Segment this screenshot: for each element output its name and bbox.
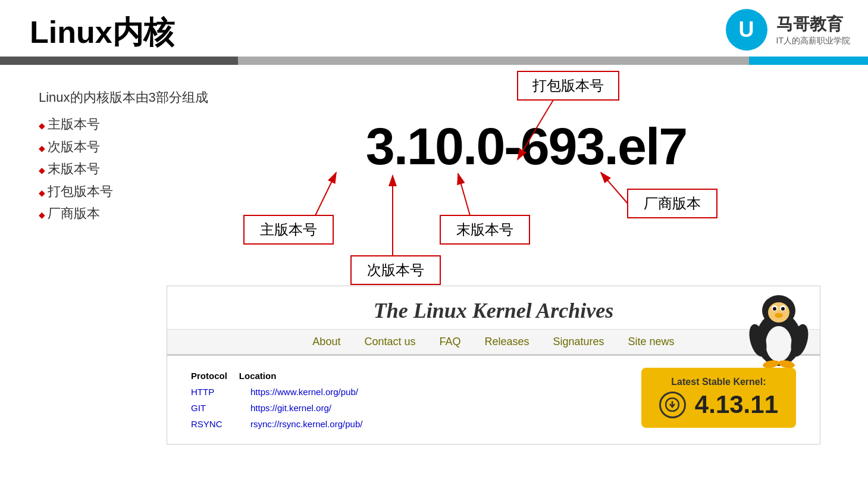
kernel-archives: The Linux Kernel Archives About Contact … bbox=[167, 286, 820, 444]
protocol-header: Protocol bbox=[191, 368, 227, 384]
version-display: 3.10.0-693.el7 bbox=[256, 116, 797, 177]
svg-line-11 bbox=[458, 174, 470, 215]
svg-text:末版本号: 末版本号 bbox=[456, 221, 513, 237]
svg-point-25 bbox=[781, 307, 785, 311]
brand-slogan: IT人的高薪职业学院 bbox=[776, 36, 850, 46]
stable-kernel-box: Latest Stable Kernel: 4.13.11 bbox=[641, 368, 796, 428]
http-url[interactable]: https://www.kernel.org/pub/ bbox=[250, 384, 358, 400]
svg-text:厂商版本: 厂商版本 bbox=[644, 195, 701, 211]
svg-point-24 bbox=[773, 307, 776, 311]
brand-area: U 马哥教育 IT人的高薪职业学院 bbox=[726, 9, 850, 51]
protocol-table: Protocol Location HTTP https://www.kerne… bbox=[191, 368, 362, 432]
svg-point-21 bbox=[768, 302, 789, 323]
svg-rect-9 bbox=[440, 215, 529, 244]
nav-about[interactable]: About bbox=[312, 336, 340, 348]
brand-text: 马哥教育 IT人的高薪职业学院 bbox=[776, 13, 850, 46]
download-icon[interactable] bbox=[659, 392, 686, 418]
table-row: RSYNC rsync://rsync.kernel.org/pub/ bbox=[191, 416, 362, 432]
table-header-row: Protocol Location bbox=[191, 368, 362, 384]
nav-signatures[interactable]: Signatures bbox=[553, 336, 604, 348]
svg-line-5 bbox=[315, 173, 336, 215]
rsync-url[interactable]: rsync://rsync.kernel.org/pub/ bbox=[250, 416, 362, 432]
location-header: Location bbox=[239, 368, 277, 384]
table-row: GIT https://git.kernel.org/ bbox=[191, 400, 362, 416]
kernel-header: The Linux Kernel Archives bbox=[167, 286, 820, 329]
stable-version-row: 4.13.11 bbox=[659, 390, 778, 419]
svg-point-19 bbox=[766, 326, 792, 362]
nav-sitenews[interactable]: Site news bbox=[628, 336, 675, 348]
header-bar-dark bbox=[0, 57, 238, 65]
stable-kernel-area: Latest Stable Kernel: 4.13.11 bbox=[641, 368, 796, 428]
svg-rect-3 bbox=[244, 215, 333, 244]
version-parts-list: 主版本号 次版本号 末版本号 打包版本号 厂商版本 bbox=[39, 113, 208, 224]
nav-releases[interactable]: Releases bbox=[484, 336, 529, 348]
list-item: 主版本号 bbox=[39, 113, 208, 135]
list-item: 打包版本号 bbox=[39, 180, 208, 202]
tux-penguin bbox=[746, 292, 811, 371]
svg-rect-12 bbox=[628, 189, 717, 218]
svg-text:次版本号: 次版本号 bbox=[367, 262, 424, 278]
rsync-label[interactable]: RSYNC bbox=[191, 416, 239, 432]
svg-line-14 bbox=[601, 173, 628, 204]
git-url[interactable]: https://git.kernel.org/ bbox=[250, 400, 331, 416]
header-bar-light bbox=[238, 57, 749, 65]
svg-text:打包版本号: 打包版本号 bbox=[532, 77, 604, 93]
page-title: Linux内核 bbox=[30, 12, 174, 54]
brand-logo: U bbox=[726, 9, 767, 51]
svg-rect-0 bbox=[518, 71, 619, 100]
table-row: HTTP https://www.kernel.org/pub/ bbox=[191, 384, 362, 400]
svg-point-26 bbox=[775, 313, 783, 318]
list-item: 末版本号 bbox=[39, 158, 208, 180]
svg-text:主版本号: 主版本号 bbox=[260, 221, 317, 237]
git-label[interactable]: GIT bbox=[191, 400, 239, 416]
stable-label: Latest Stable Kernel: bbox=[659, 377, 778, 387]
kernel-nav: About Contact us FAQ Releases Signatures… bbox=[167, 329, 820, 356]
header-bar-blue bbox=[749, 57, 868, 65]
intro-text: Linux的内核版本由3部分组成 bbox=[39, 86, 208, 108]
kernel-title: The Linux Kernel Archives bbox=[173, 298, 814, 323]
stable-version-number: 4.13.11 bbox=[695, 390, 778, 419]
svg-rect-6 bbox=[351, 256, 440, 284]
left-list: Linux的内核版本由3部分组成 主版本号 次版本号 末版本号 打包版本号 厂商… bbox=[39, 86, 208, 224]
nav-faq[interactable]: FAQ bbox=[439, 336, 460, 348]
http-label[interactable]: HTTP bbox=[191, 384, 239, 400]
nav-contact[interactable]: Contact us bbox=[364, 336, 415, 348]
kernel-content: Protocol Location HTTP https://www.kerne… bbox=[167, 356, 820, 444]
list-item: 次版本号 bbox=[39, 136, 208, 158]
brand-name: 马哥教育 bbox=[776, 13, 850, 36]
header-bar bbox=[0, 57, 868, 65]
list-item: 厂商版本 bbox=[39, 202, 208, 224]
